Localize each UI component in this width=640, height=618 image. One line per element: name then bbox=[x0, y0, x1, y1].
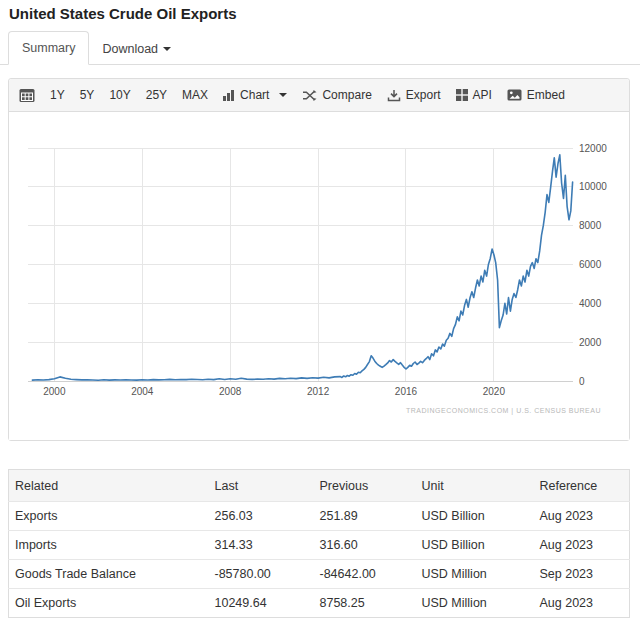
svg-text:2016: 2016 bbox=[395, 386, 418, 397]
chart-toolbar: 1Y 5Y 10Y 25Y MAX Chart Compare bbox=[9, 79, 629, 112]
range-1y-button[interactable]: 1Y bbox=[50, 88, 65, 102]
compare-button[interactable]: Compare bbox=[302, 88, 371, 102]
svg-text:2000: 2000 bbox=[43, 386, 66, 397]
related-indicator-link[interactable]: Goods Trade Balance bbox=[9, 560, 209, 589]
compare-label: Compare bbox=[322, 88, 371, 102]
related-indicator-link[interactable]: Oil Exports bbox=[9, 589, 209, 618]
svg-text:6000: 6000 bbox=[579, 259, 602, 270]
compare-icon bbox=[302, 89, 317, 102]
table-cell: Aug 2023 bbox=[534, 531, 630, 560]
svg-text:12000: 12000 bbox=[579, 143, 607, 154]
api-button[interactable]: API bbox=[456, 88, 492, 102]
caret-down-icon bbox=[163, 47, 171, 51]
svg-text:0: 0 bbox=[579, 376, 585, 387]
table-cell: Aug 2023 bbox=[534, 589, 630, 618]
page-title: United States Crude Oil Exports bbox=[0, 0, 640, 22]
range-25y-button[interactable]: 25Y bbox=[146, 88, 167, 102]
download-icon bbox=[387, 89, 401, 102]
bar-chart-icon bbox=[223, 89, 235, 101]
range-10y-button[interactable]: 10Y bbox=[109, 88, 130, 102]
grid-icon bbox=[456, 89, 468, 101]
col-header-previous: Previous bbox=[314, 470, 416, 502]
table-cell: 8758.25 bbox=[314, 589, 416, 618]
col-header-last: Last bbox=[209, 470, 314, 502]
table-cell: Sep 2023 bbox=[534, 560, 630, 589]
svg-text:2012: 2012 bbox=[307, 386, 330, 397]
tab-summary[interactable]: Summary bbox=[8, 31, 89, 65]
range-5y-button[interactable]: 5Y bbox=[80, 88, 95, 102]
table-row: Exports256.03251.89USD BillionAug 2023 bbox=[9, 502, 630, 531]
col-header-related: Related bbox=[9, 470, 209, 502]
tab-download-label: Download bbox=[102, 42, 158, 56]
calendar-button[interactable] bbox=[19, 88, 35, 103]
table-cell: Aug 2023 bbox=[534, 502, 630, 531]
svg-text:2000: 2000 bbox=[579, 337, 602, 348]
related-indicators-table: RelatedLastPreviousUnitReference Exports… bbox=[8, 469, 630, 618]
table-cell: USD Billion bbox=[416, 502, 534, 531]
chart-area[interactable]: 2000200420082012201620200200040006000800… bbox=[9, 112, 629, 440]
export-label: Export bbox=[406, 88, 441, 102]
range-max-button[interactable]: MAX bbox=[182, 88, 208, 102]
chart-type-button[interactable]: Chart bbox=[223, 88, 287, 102]
tab-bar: Summary Download bbox=[0, 31, 640, 65]
table-cell: 314.33 bbox=[209, 531, 314, 560]
image-icon bbox=[507, 89, 522, 101]
table-header: RelatedLastPreviousUnitReference bbox=[9, 470, 630, 502]
table-cell: 256.03 bbox=[209, 502, 314, 531]
svg-text:TRADINGECONOMICS.COM | U.S.: TRADINGECONOMICS.COM | U.S. CENSUS BUREA… bbox=[406, 407, 601, 415]
table-cell: 10249.64 bbox=[209, 589, 314, 618]
table-row: Oil Exports10249.648758.25USD MillionAug… bbox=[9, 589, 630, 618]
table-row: Goods Trade Balance-85780.00-84642.00USD… bbox=[9, 560, 630, 589]
table-cell: -84642.00 bbox=[314, 560, 416, 589]
table-cell: USD Million bbox=[416, 560, 534, 589]
svg-text:8000: 8000 bbox=[579, 220, 602, 231]
svg-text:2020: 2020 bbox=[483, 386, 506, 397]
svg-text:4000: 4000 bbox=[579, 298, 602, 309]
related-indicator-link[interactable]: Imports bbox=[9, 531, 209, 560]
table-cell: 316.60 bbox=[314, 531, 416, 560]
related-indicator-link[interactable]: Exports bbox=[9, 502, 209, 531]
api-label: API bbox=[473, 88, 492, 102]
tab-summary-label: Summary bbox=[22, 41, 75, 55]
svg-text:2008: 2008 bbox=[219, 386, 242, 397]
chart-type-label: Chart bbox=[240, 88, 269, 102]
col-header-reference: Reference bbox=[534, 470, 630, 502]
table-cell: USD Million bbox=[416, 589, 534, 618]
svg-text:10000: 10000 bbox=[579, 181, 607, 192]
caret-down-icon bbox=[279, 93, 287, 97]
table-cell: USD Billion bbox=[416, 531, 534, 560]
embed-button[interactable]: Embed bbox=[507, 88, 565, 102]
embed-label: Embed bbox=[527, 88, 565, 102]
svg-text:2004: 2004 bbox=[131, 386, 154, 397]
col-header-unit: Unit bbox=[416, 470, 534, 502]
chart-panel: 1Y 5Y 10Y 25Y MAX Chart Compare bbox=[8, 78, 630, 441]
table-cell: 251.89 bbox=[314, 502, 416, 531]
table-cell: -85780.00 bbox=[209, 560, 314, 589]
table-row: Imports314.33316.60USD BillionAug 2023 bbox=[9, 531, 630, 560]
tab-download[interactable]: Download bbox=[89, 33, 184, 65]
calendar-icon bbox=[19, 88, 35, 103]
chart-canvas[interactable]: 2000200420082012201620200200040006000800… bbox=[9, 112, 629, 438]
export-button[interactable]: Export bbox=[387, 88, 441, 102]
